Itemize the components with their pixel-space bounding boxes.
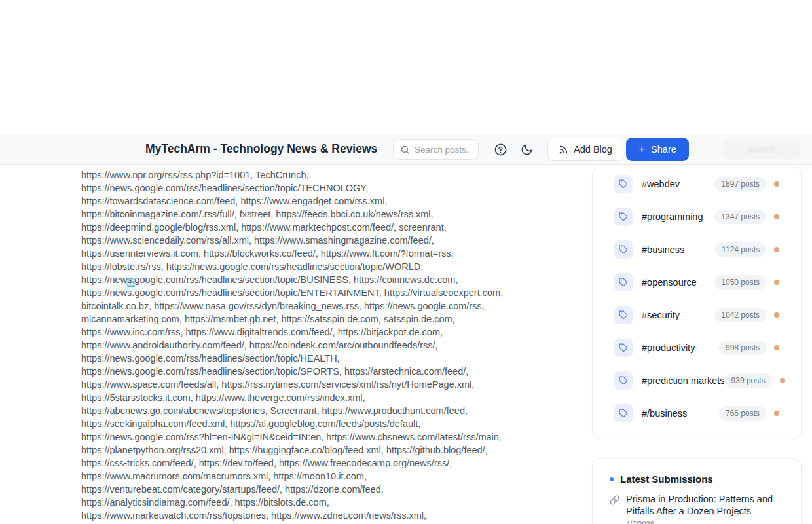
feed-url-line: https://news.google.com/rss/headlines/se…	[81, 365, 540, 378]
feed-url-line: https://news.google.com/rss/headlines/se…	[81, 181, 540, 195]
add-blog-label: Add Blog	[574, 144, 612, 155]
dark-mode-toggle[interactable]	[519, 141, 534, 157]
feed-url-line: https://css-tricks.com/feed/, https://de…	[81, 457, 540, 470]
feed-url-line: https://seekingalpha.com/feed.xml, https…	[81, 417, 540, 430]
tag-list-item[interactable]: #business 1124 posts	[593, 233, 801, 266]
feed-url-line: https://www.marketwatch.com/rss/topstori…	[81, 509, 540, 522]
feed-url-line: https://www.androidauthority.com/feed/, …	[81, 339, 540, 352]
header-bar: MyTechArm - Technology News & Reviews Ad…	[0, 134, 812, 165]
latest-submissions-title: Latest Submissions	[620, 474, 713, 485]
add-blog-button[interactable]: Add Blog	[547, 138, 623, 161]
feed-url-line: micannamarketing.com, https://msmbet.gb.…	[81, 312, 540, 326]
tag-post-count-badge: 1042 posts	[714, 308, 766, 322]
tag-post-count-badge: 939 posts	[725, 373, 772, 388]
tag-list-item[interactable]: #prediction markets 939 posts	[593, 364, 801, 397]
ghost-search-hint: Search	[723, 140, 800, 159]
latest-submissions-card: Latest Submissions Prisma in Production:…	[592, 458, 802, 524]
feed-url-line: https://abcnews.go.com/abcnews/topstorie…	[81, 404, 540, 417]
tag-post-count-badge: 1050 posts	[714, 275, 766, 290]
search-input[interactable]	[415, 145, 471, 155]
tag-post-count-badge: 1347 posts	[714, 210, 766, 224]
feed-url-line: https://www.npr.org/rss/rss.php?id=1001,…	[81, 168, 540, 181]
feed-url-line: https://news.google.com/rss/headlines/se…	[81, 286, 540, 299]
feed-url-line: https://www.space.com/feeds/all, https:/…	[81, 378, 540, 391]
feed-url-line: https://analyticsindiamag.com/feed/, htt…	[81, 496, 540, 509]
submission-list-item[interactable]: Prisma in Production: Patterns and Pitfa…	[610, 493, 790, 524]
help-icon	[494, 143, 507, 157]
tag-post-count-badge: 1124 posts	[715, 242, 766, 257]
feed-url-line: https://news.google.com/rss/headlines/se…	[81, 352, 540, 365]
tag-status-dot	[780, 378, 785, 383]
tag-status-dot	[774, 411, 779, 416]
tag-post-count-badge: 998 posts	[719, 341, 766, 355]
tag-icon	[614, 306, 633, 324]
feed-url-line: https://www.macrumors.com/macrumors.xml,…	[81, 470, 540, 483]
tag-icon	[614, 404, 633, 422]
latest-submissions-heading: Latest Submissions	[610, 474, 790, 485]
tag-status-dot	[774, 312, 779, 318]
tag-icon	[614, 273, 633, 291]
tags-card: #webdev 1897 posts #programming 1347 pos…	[592, 166, 802, 438]
tag-label: #security	[642, 310, 680, 320]
submission-title: Prisma in Production: Patterns and Pitfa…	[626, 493, 788, 517]
tag-status-dot	[774, 247, 779, 252]
search-icon	[400, 145, 410, 155]
tag-status-dot	[774, 345, 779, 350]
tag-post-count-badge: 1897 posts	[714, 177, 766, 191]
tag-label: #programming	[642, 212, 703, 222]
feed-url-line: https://www.inc.com/rss, https://www.dig…	[81, 326, 540, 339]
page-title: MyTechArm - Technology News & Reviews	[145, 134, 377, 164]
tag-icon	[614, 371, 633, 390]
share-button[interactable]: + Share	[626, 138, 689, 161]
feed-url-line: https://planetpython.org/rss20.xml, http…	[81, 443, 540, 457]
feed-url-line: https://deepmind.google/blog/rss.xml, ht…	[81, 221, 540, 234]
feed-url-line: bitcointalk.co.bz, https://www.nasa.gov/…	[81, 299, 540, 312]
tag-icon	[614, 175, 633, 193]
link-icon	[610, 495, 619, 524]
bullet-icon	[610, 477, 614, 481]
tag-list-item[interactable]: #programming 1347 posts	[593, 200, 801, 233]
feed-url-line: https://news.google.com/rss?hl=en-IN&gl=…	[81, 430, 540, 443]
tag-label: #webdev	[642, 179, 680, 189]
feed-url-line: https://venturebeat.com/category/startup…	[81, 483, 540, 496]
share-label: Share	[651, 144, 676, 155]
tag-label: #prediction markets	[642, 375, 725, 386]
tag-status-dot	[774, 280, 779, 285]
moon-icon	[521, 143, 533, 156]
tag-label: #productivity	[642, 343, 695, 353]
feed-url-line: https://towardsdatascience.com/feed, htt…	[81, 195, 540, 208]
tag-icon	[614, 240, 633, 259]
tag-post-count-badge: 766 posts	[719, 406, 766, 421]
plus-icon: +	[638, 143, 645, 155]
feed-url-line: https://www.sciencedaily.com/rss/all.xml…	[81, 234, 540, 247]
feed-url-line: https://lobste.rs/rss, https://news.goog…	[81, 260, 540, 273]
search-box[interactable]	[393, 139, 479, 160]
tag-label: #business	[642, 244, 684, 255]
rss-icon	[559, 145, 568, 155]
tag-label: #opensource	[642, 277, 697, 288]
tag-list-item[interactable]: #webdev 1897 posts	[593, 168, 801, 200]
feed-url-line: https://userinterviews.it.com, https://b…	[81, 247, 540, 260]
submission-date: 4/7/2026	[626, 520, 788, 524]
tag-list-item[interactable]: #opensource 1050 posts	[593, 266, 801, 299]
tag-icon	[614, 208, 633, 226]
help-button[interactable]	[492, 141, 508, 157]
feed-url-list: https://www.npr.org/rss/rss.php?id=1001,…	[81, 168, 540, 522]
tag-list-item[interactable]: #/business 766 posts	[593, 397, 801, 430]
tag-label: #/business	[642, 408, 687, 419]
feed-url-line: https://5starsstocks.it.com, https://www…	[81, 391, 540, 404]
tag-status-dot	[774, 181, 779, 187]
tag-list-item[interactable]: #productivity 998 posts	[593, 331, 801, 364]
feed-url-line: https://bitcoinmagazine.com/.rss/full/, …	[81, 208, 540, 221]
tag-status-dot	[774, 214, 779, 219]
tag-list-item[interactable]: #security 1042 posts	[593, 299, 801, 331]
tag-icon	[614, 339, 633, 357]
feed-url-line: https://news.google.com/rss/headlines/se…	[81, 273, 540, 286]
